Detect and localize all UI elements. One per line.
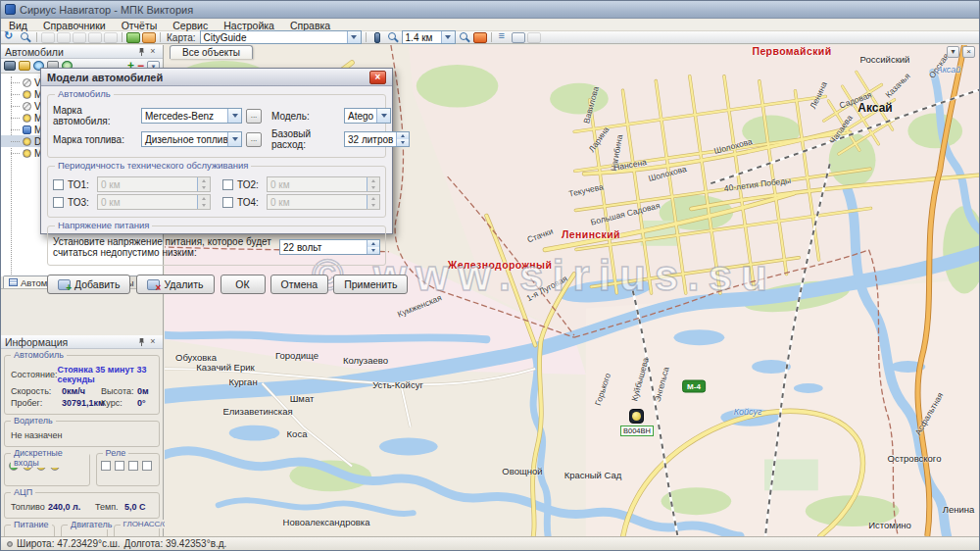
cancel-button[interactable]: Отмена (270, 275, 329, 294)
menu-item[interactable]: Справочники (35, 20, 114, 31)
chevron-down-icon[interactable] (227, 109, 241, 123)
fuel-value: 240,0 л. (48, 502, 95, 512)
dialog-maintenance-group: Периодичность технического обслуживания … (47, 166, 386, 218)
info-driver-group: Водитель Не назначен (4, 421, 160, 447)
select-icon[interactable] (527, 32, 541, 43)
relay-checkbox[interactable] (101, 461, 111, 471)
browse-brand-button[interactable]: ... (246, 109, 262, 124)
chevron-down-icon[interactable] (441, 31, 455, 43)
vehicle-marker[interactable]: В004ВН (620, 409, 654, 436)
main-toolbar: Карта: CityGuide 1.4 км (1, 31, 979, 44)
separator (160, 32, 161, 42)
note-icon[interactable] (512, 32, 525, 43)
discrete-inputs-group: Дискретные входы (4, 453, 90, 486)
vehicle-status-icon (23, 137, 31, 146)
to4-checkbox[interactable] (222, 197, 233, 208)
apply-button[interactable]: Применить (333, 275, 408, 294)
mileage-value: 30791,1км (62, 398, 101, 408)
chevron-down-icon[interactable] (347, 31, 361, 43)
vehicle-filter-icon[interactable] (126, 32, 140, 43)
latitude-label: Широта: (17, 538, 54, 549)
spin-down-icon[interactable] (397, 139, 409, 146)
course-value: 0° (137, 398, 146, 408)
to1-spinner[interactable]: 0 км (97, 176, 211, 192)
chevron-down-icon[interactable]: ▾ (947, 46, 959, 58)
delete-icon (147, 279, 160, 290)
add-button[interactable]: Добавить (47, 275, 130, 294)
temp-value: 5,0 C (124, 502, 146, 512)
tab-all-objects[interactable]: Все объекты (170, 45, 253, 59)
menu-item[interactable]: Настройка (216, 20, 282, 31)
to4-spinner[interactable]: 0 км (267, 194, 380, 210)
menu-item[interactable]: Справка (282, 20, 338, 31)
scale-select[interactable]: 1.4 км (402, 30, 456, 44)
close-icon[interactable]: × (962, 46, 975, 58)
brand-select[interactable]: Mercedes-Benz (141, 108, 242, 124)
consumption-spinner[interactable]: 32 литров (344, 131, 410, 147)
add-icon (58, 279, 71, 290)
to1-checkbox[interactable] (53, 179, 64, 190)
menu-item[interactable]: Отчёты (114, 20, 166, 31)
separator (366, 32, 367, 42)
spin-down-icon[interactable] (368, 247, 379, 254)
driver-value: Не назначен (11, 430, 62, 440)
relay-checkbox[interactable] (128, 461, 138, 471)
app-icon (5, 4, 16, 15)
fuel-select[interactable]: Дизельное топливо (141, 131, 242, 147)
vehicle-models-dialog: Модели автомобилей × Автомобиль Марка ав… (40, 68, 393, 234)
spin-up-icon[interactable] (397, 132, 409, 139)
pin-icon[interactable] (135, 46, 147, 57)
map-select[interactable]: CityGuide (200, 30, 362, 44)
list-icon (9, 278, 18, 286)
info-vehicle-group: Автомобиль Состояние: Стоянка 35 минут 3… (4, 355, 160, 415)
search-icon[interactable] (19, 32, 32, 43)
to3-checkbox[interactable] (53, 197, 64, 208)
vehicle-status-icon (23, 149, 31, 158)
copy-icon[interactable] (57, 32, 71, 43)
model-select[interactable]: Atego (344, 108, 391, 124)
pin-icon[interactable] (135, 336, 147, 347)
state-value: Стоянка 35 минут 33 секунды (57, 365, 153, 384)
dialog-voltage-group: Напряжение питания Установите напряжение… (47, 225, 386, 266)
vehicle-status-icon (23, 90, 31, 99)
relay-checkbox[interactable] (142, 461, 152, 471)
close-icon[interactable]: × (369, 71, 386, 84)
vehicle-status-icon (23, 78, 31, 87)
menu-item[interactable]: Сервис (165, 20, 216, 31)
relay-row (101, 461, 155, 471)
edit-icon[interactable] (41, 32, 55, 43)
undo-icon[interactable] (73, 32, 86, 43)
home-icon[interactable] (473, 32, 487, 43)
to2-checkbox[interactable] (222, 179, 233, 190)
ok-button[interactable]: ОК (220, 275, 266, 294)
list-icon[interactable] (496, 32, 510, 43)
refresh-icon[interactable] (3, 32, 17, 43)
close-icon[interactable]: × (147, 46, 159, 57)
ruler-icon[interactable] (374, 32, 380, 43)
zoom-in-icon[interactable] (458, 32, 471, 43)
to2-spinner[interactable]: 0 км (267, 176, 380, 192)
chart-icon[interactable] (142, 32, 156, 43)
car-icon[interactable] (4, 61, 16, 71)
chevron-down-icon[interactable] (227, 132, 241, 146)
dialog-title-bar[interactable]: Модели автомобилей × (41, 69, 392, 86)
zoom-out-icon[interactable] (386, 32, 400, 43)
title-bar[interactable]: Сириус Навигатор - МПК Виктория (1, 1, 979, 19)
dialog-vehicle-group: Автомобиль Марка автомобиля: Mercedes-Be… (47, 94, 386, 158)
chevron-down-icon[interactable] (376, 109, 390, 123)
vehicles-panel-title: Автомобили (5, 46, 64, 58)
speed-value: 0км/ч (62, 386, 101, 396)
info-panel: Автомобиль Состояние: Стоянка 35 минут 3… (1, 349, 163, 536)
grid-icon[interactable] (88, 32, 102, 43)
voltage-spinner[interactable]: 22 вольт (279, 239, 380, 255)
report-icon[interactable] (104, 32, 118, 43)
relay-checkbox[interactable] (115, 461, 124, 471)
browse-fuel-button[interactable]: ... (246, 132, 262, 147)
separator (122, 32, 122, 42)
vehicle-status-icon (23, 114, 31, 123)
to3-spinner[interactable]: 0 км (97, 194, 211, 210)
edit-icon[interactable] (19, 61, 30, 71)
spin-up-icon[interactable] (368, 240, 379, 247)
close-icon[interactable]: × (147, 336, 159, 347)
delete-button[interactable]: Удалить (136, 275, 214, 294)
